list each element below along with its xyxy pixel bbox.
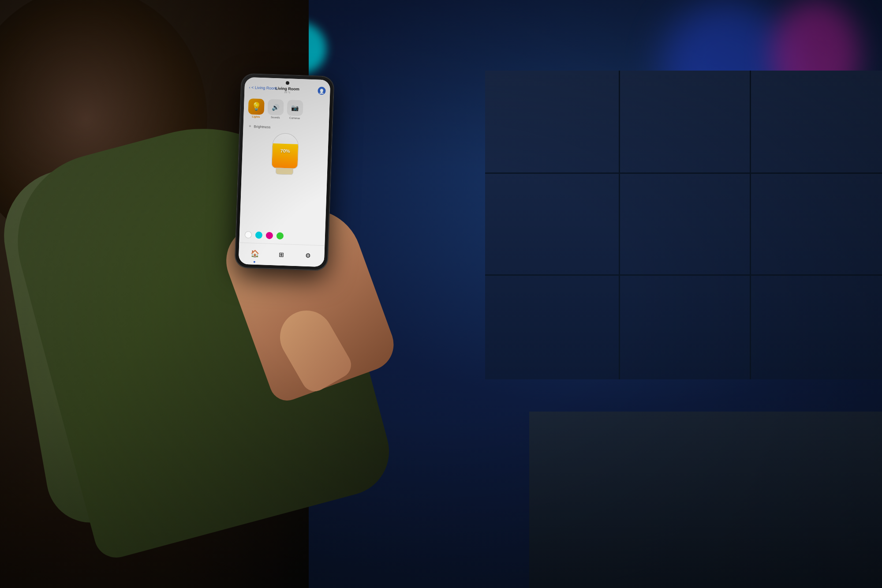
nav-home[interactable]: 🏠 <box>248 247 262 260</box>
cameras-icon: 📷 <box>291 104 299 112</box>
header-back-label: < Living Room <box>251 85 277 90</box>
nav-settings[interactable]: ⚙ <box>302 248 315 262</box>
color-swatch-cyan[interactable] <box>255 232 263 239</box>
shelf-line-2 <box>485 274 882 276</box>
color-swatch-magenta[interactable] <box>266 232 273 240</box>
app-header: ‹ < Living Room Living Room 25 °c <box>244 77 330 99</box>
shelf-col-2 <box>619 71 620 379</box>
lights-icon: 💡 <box>251 101 262 112</box>
lights-tab-label: Lights <box>252 115 260 118</box>
bulb-fill <box>272 143 298 169</box>
shelf-line-1 <box>485 172 882 174</box>
cameras-icon-wrap: 📷 <box>287 100 303 116</box>
furniture-bottom <box>529 412 882 588</box>
color-swatch-green[interactable] <box>277 232 284 240</box>
brightness-label-text: Brightness <box>254 124 270 129</box>
nav-grid[interactable]: ⊞ <box>275 247 288 261</box>
color-swatch-white[interactable] <box>245 231 252 239</box>
app-interface: ‹ < Living Room Living Room 25 °c 💡 <box>239 77 331 267</box>
gear-icon: ⚙ <box>305 252 311 259</box>
user-avatar[interactable] <box>318 87 326 95</box>
sounds-icon: 🔊 <box>272 104 280 111</box>
cameras-tab-label: Cameras <box>289 116 300 120</box>
shelf-background <box>485 71 882 379</box>
bulb-shape: 70% <box>271 133 299 169</box>
brightness-icon: ✦ <box>248 124 252 128</box>
brightness-value: 70% <box>280 148 290 154</box>
back-button[interactable]: ‹ < Living Room <box>249 85 277 90</box>
sounds-tab-label: Sounds <box>271 116 280 119</box>
home-icon: 🏠 <box>250 249 260 258</box>
phone-screen: ‹ < Living Room Living Room 25 °c 💡 <box>239 77 331 267</box>
phone-device: ‹ < Living Room Living Room 25 °c 💡 <box>235 73 334 270</box>
brightness-bulb[interactable]: 70% <box>269 133 301 182</box>
brightness-section: ✦ Brightness 70% <box>240 120 329 230</box>
lights-icon-wrap: 💡 <box>248 98 265 115</box>
tab-lights[interactable]: 💡 Lights <box>248 98 265 118</box>
shelf-col-1 <box>750 71 751 379</box>
tab-sounds[interactable]: 🔊 Sounds <box>267 99 284 119</box>
tab-cameras[interactable]: 📷 Cameras <box>287 100 303 120</box>
sounds-icon-wrap: 🔊 <box>267 99 284 116</box>
grid-icon: ⊞ <box>279 251 284 258</box>
tab-bar: 💡 Lights 🔊 Sounds 📷 <box>243 96 330 124</box>
phone-body: ‹ < Living Room Living Room 25 °c 💡 <box>235 73 334 270</box>
bottom-nav: 🏠 ⊞ ⚙ <box>239 243 325 267</box>
brightness-label-row: ✦ Brightness <box>248 124 270 129</box>
